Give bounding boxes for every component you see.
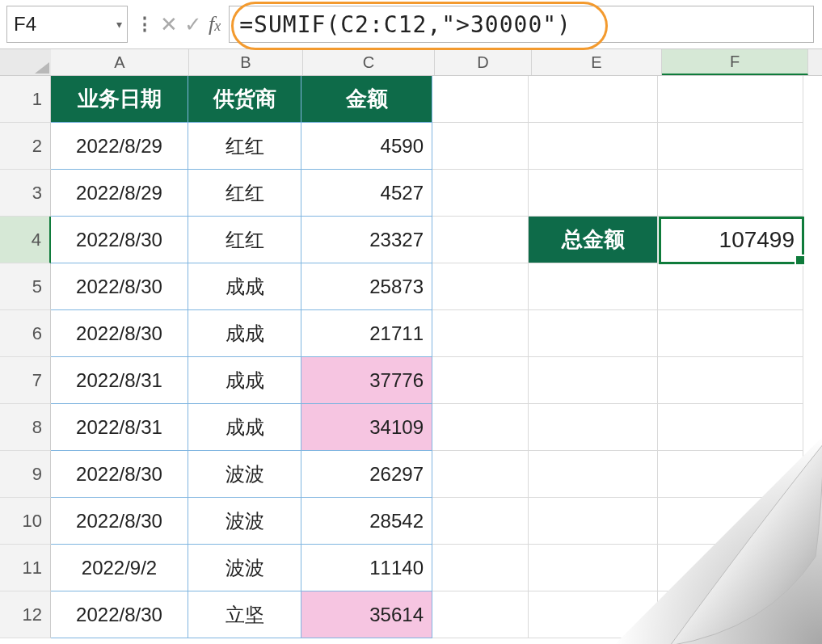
cell-E9[interactable] — [529, 451, 658, 498]
cell-A3[interactable]: 2022/8/29 — [51, 170, 188, 217]
cell-D2[interactable] — [432, 123, 529, 170]
cell-A11[interactable]: 2022/9/2 — [51, 545, 188, 591]
cell-C7[interactable]: 37776 — [301, 357, 432, 404]
cell-F9[interactable] — [658, 451, 803, 498]
row-header-3[interactable]: 3 — [0, 170, 51, 217]
cell-D9[interactable] — [432, 451, 529, 498]
cell-B8[interactable]: 成成 — [188, 404, 301, 451]
cell-A7[interactable]: 2022/8/31 — [51, 357, 188, 404]
cell-B7[interactable]: 成成 — [188, 357, 301, 404]
cell-E2[interactable] — [529, 123, 658, 170]
cell-E7[interactable] — [529, 357, 658, 404]
cell-B11[interactable]: 波波 — [188, 545, 301, 591]
cell-F11[interactable] — [658, 545, 803, 591]
cell-D10[interactable] — [432, 498, 529, 545]
row-header-4[interactable]: 4 — [0, 217, 51, 263]
row-header-12[interactable]: 12 — [0, 591, 51, 638]
name-box[interactable]: F4 ▾ — [6, 6, 128, 43]
cell-E1[interactable] — [529, 76, 658, 123]
cell-C9[interactable]: 26297 — [301, 451, 432, 498]
cancel-formula-icon[interactable]: ✕ — [157, 12, 181, 37]
cell-D5[interactable] — [432, 263, 529, 310]
cell-F3[interactable] — [658, 170, 803, 217]
cell-F8[interactable] — [658, 404, 803, 451]
cell-C11[interactable]: 11140 — [301, 545, 432, 591]
col-header-A[interactable]: A — [51, 49, 189, 75]
cell-C1[interactable]: 金额 — [301, 76, 432, 123]
cell-C5[interactable]: 25873 — [301, 263, 432, 310]
row-header-1[interactable]: 1 — [0, 76, 51, 123]
cell-D3[interactable] — [432, 170, 529, 217]
cell-A1[interactable]: 业务日期 — [51, 76, 188, 123]
row-header-11[interactable]: 11 — [0, 545, 51, 591]
cell-E6[interactable] — [529, 310, 658, 357]
row-header-9[interactable]: 9 — [0, 451, 51, 498]
cell-E10[interactable] — [529, 498, 658, 545]
cell-A9[interactable]: 2022/8/30 — [51, 451, 188, 498]
cell-C3[interactable]: 4527 — [301, 170, 432, 217]
col-header-C[interactable]: C — [303, 49, 435, 75]
cell-D7[interactable] — [432, 357, 529, 404]
cell-B1[interactable]: 供货商 — [188, 76, 301, 123]
cell-F5[interactable] — [658, 263, 803, 310]
formula-text: =SUMIF(C2:C12,">30000") — [230, 11, 571, 38]
cell-F6[interactable] — [658, 310, 803, 357]
cell-D6[interactable] — [432, 310, 529, 357]
cell-D11[interactable] — [432, 545, 529, 591]
column-header-row: A B C D E F — [0, 49, 822, 76]
cell-F1[interactable] — [658, 76, 803, 123]
cell-A2[interactable]: 2022/8/29 — [51, 123, 188, 170]
cell-D12[interactable] — [432, 591, 529, 638]
cell-A6[interactable]: 2022/8/30 — [51, 310, 188, 357]
cell-D4[interactable] — [432, 217, 529, 263]
row-header-7[interactable]: 7 — [0, 357, 51, 404]
col-header-B[interactable]: B — [189, 49, 303, 75]
cell-C6[interactable]: 21711 — [301, 310, 432, 357]
table-row: 12 2022/8/30 立坚 35614 — [0, 591, 822, 638]
col-header-F[interactable]: F — [662, 49, 808, 75]
cell-C10[interactable]: 28542 — [301, 498, 432, 545]
cell-B9[interactable]: 波波 — [188, 451, 301, 498]
cell-C12[interactable]: 35614 — [301, 591, 432, 638]
cell-B12[interactable]: 立坚 — [188, 591, 301, 638]
cell-C2[interactable]: 4590 — [301, 123, 432, 170]
cell-E4-total-label[interactable]: 总金额 — [529, 217, 658, 263]
cell-A4[interactable]: 2022/8/30 — [51, 217, 188, 263]
cell-E5[interactable] — [529, 263, 658, 310]
cell-B5[interactable]: 成成 — [188, 263, 301, 310]
cell-A10[interactable]: 2022/8/30 — [51, 498, 188, 545]
cell-F4-total-value[interactable]: 107499 — [658, 217, 803, 263]
cell-F10[interactable] — [658, 498, 803, 545]
accept-formula-icon[interactable]: ✓ — [181, 12, 205, 37]
cell-B2[interactable]: 红红 — [188, 123, 301, 170]
cell-F7[interactable] — [658, 357, 803, 404]
cell-B3[interactable]: 红红 — [188, 170, 301, 217]
col-header-E[interactable]: E — [532, 49, 662, 75]
cell-B4[interactable]: 红红 — [188, 217, 301, 263]
formula-input[interactable]: =SUMIF(C2:C12,">30000") — [229, 6, 814, 43]
cell-F12[interactable] — [658, 591, 803, 638]
cell-B10[interactable]: 波波 — [188, 498, 301, 545]
cell-B6[interactable]: 成成 — [188, 310, 301, 357]
row-header-10[interactable]: 10 — [0, 498, 51, 545]
cell-C8[interactable]: 34109 — [301, 404, 432, 451]
row-header-6[interactable]: 6 — [0, 310, 51, 357]
row-header-2[interactable]: 2 — [0, 123, 51, 170]
cell-A12[interactable]: 2022/8/30 — [51, 591, 188, 638]
row-header-8[interactable]: 8 — [0, 404, 51, 451]
row-header-5[interactable]: 5 — [0, 263, 51, 310]
cell-D1[interactable] — [432, 76, 529, 123]
cell-C4[interactable]: 23327 — [301, 217, 432, 263]
cell-E11[interactable] — [529, 545, 658, 591]
cell-A8[interactable]: 2022/8/31 — [51, 404, 188, 451]
col-header-D[interactable]: D — [435, 49, 532, 75]
name-box-dropdown-icon[interactable]: ▾ — [116, 18, 122, 31]
cell-D8[interactable] — [432, 404, 529, 451]
cell-E3[interactable] — [529, 170, 658, 217]
cell-F2[interactable] — [658, 123, 803, 170]
select-all-corner[interactable] — [0, 49, 51, 75]
fx-icon[interactable]: fx — [209, 12, 221, 36]
cell-E8[interactable] — [529, 404, 658, 451]
cell-E12[interactable] — [529, 591, 658, 638]
cell-A5[interactable]: 2022/8/30 — [51, 263, 188, 310]
